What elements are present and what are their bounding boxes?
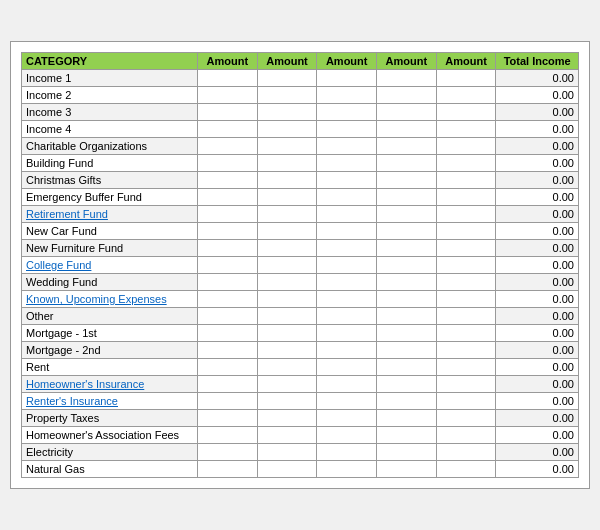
- amount-cell[interactable]: [257, 257, 317, 274]
- amount-cell[interactable]: [317, 291, 377, 308]
- amount-cell[interactable]: [197, 274, 257, 291]
- amount-cell[interactable]: [317, 121, 377, 138]
- amount-cell[interactable]: [257, 240, 317, 257]
- amount-cell[interactable]: [257, 444, 317, 461]
- amount-cell[interactable]: [197, 206, 257, 223]
- category-link[interactable]: Renter's Insurance: [26, 395, 118, 407]
- amount-cell[interactable]: [377, 155, 437, 172]
- amount-cell[interactable]: [197, 325, 257, 342]
- amount-cell[interactable]: [317, 240, 377, 257]
- amount-cell[interactable]: [436, 342, 496, 359]
- amount-cell[interactable]: [257, 138, 317, 155]
- amount-cell[interactable]: [257, 274, 317, 291]
- amount-cell[interactable]: [197, 223, 257, 240]
- amount-cell[interactable]: [436, 240, 496, 257]
- amount-cell[interactable]: [377, 121, 437, 138]
- amount-cell[interactable]: [257, 427, 317, 444]
- amount-cell[interactable]: [317, 223, 377, 240]
- amount-cell[interactable]: [257, 206, 317, 223]
- amount-cell[interactable]: [436, 257, 496, 274]
- amount-cell[interactable]: [436, 376, 496, 393]
- amount-cell[interactable]: [377, 104, 437, 121]
- amount-cell[interactable]: [317, 87, 377, 104]
- amount-cell[interactable]: [197, 172, 257, 189]
- amount-cell[interactable]: [436, 206, 496, 223]
- amount-cell[interactable]: [257, 393, 317, 410]
- amount-cell[interactable]: [377, 206, 437, 223]
- amount-cell[interactable]: [377, 274, 437, 291]
- amount-cell[interactable]: [377, 172, 437, 189]
- amount-cell[interactable]: [377, 325, 437, 342]
- amount-cell[interactable]: [317, 461, 377, 478]
- amount-cell[interactable]: [317, 359, 377, 376]
- amount-cell[interactable]: [377, 444, 437, 461]
- amount-cell[interactable]: [257, 308, 317, 325]
- amount-cell[interactable]: [317, 444, 377, 461]
- amount-cell[interactable]: [317, 189, 377, 206]
- amount-cell[interactable]: [436, 274, 496, 291]
- amount-cell[interactable]: [436, 444, 496, 461]
- amount-cell[interactable]: [436, 104, 496, 121]
- amount-cell[interactable]: [377, 359, 437, 376]
- amount-cell[interactable]: [377, 410, 437, 427]
- amount-cell[interactable]: [436, 461, 496, 478]
- amount-cell[interactable]: [317, 257, 377, 274]
- amount-cell[interactable]: [257, 325, 317, 342]
- amount-cell[interactable]: [436, 70, 496, 87]
- amount-cell[interactable]: [257, 359, 317, 376]
- amount-cell[interactable]: [197, 359, 257, 376]
- amount-cell[interactable]: [377, 376, 437, 393]
- amount-cell[interactable]: [317, 325, 377, 342]
- amount-cell[interactable]: [197, 240, 257, 257]
- amount-cell[interactable]: [197, 291, 257, 308]
- amount-cell[interactable]: [317, 104, 377, 121]
- amount-cell[interactable]: [257, 121, 317, 138]
- amount-cell[interactable]: [317, 410, 377, 427]
- amount-cell[interactable]: [317, 155, 377, 172]
- amount-cell[interactable]: [377, 393, 437, 410]
- amount-cell[interactable]: [377, 240, 437, 257]
- amount-cell[interactable]: [197, 461, 257, 478]
- amount-cell[interactable]: [257, 461, 317, 478]
- amount-cell[interactable]: [377, 138, 437, 155]
- amount-cell[interactable]: [197, 410, 257, 427]
- amount-cell[interactable]: [436, 308, 496, 325]
- amount-cell[interactable]: [377, 70, 437, 87]
- amount-cell[interactable]: [436, 121, 496, 138]
- amount-cell[interactable]: [257, 342, 317, 359]
- amount-cell[interactable]: [317, 138, 377, 155]
- amount-cell[interactable]: [377, 87, 437, 104]
- amount-cell[interactable]: [377, 461, 437, 478]
- amount-cell[interactable]: [197, 257, 257, 274]
- amount-cell[interactable]: [197, 138, 257, 155]
- amount-cell[interactable]: [257, 376, 317, 393]
- amount-cell[interactable]: [377, 427, 437, 444]
- amount-cell[interactable]: [257, 87, 317, 104]
- amount-cell[interactable]: [257, 104, 317, 121]
- amount-cell[interactable]: [317, 342, 377, 359]
- category-link[interactable]: Retirement Fund: [26, 208, 108, 220]
- amount-cell[interactable]: [436, 138, 496, 155]
- amount-cell[interactable]: [257, 223, 317, 240]
- amount-cell[interactable]: [436, 359, 496, 376]
- amount-cell[interactable]: [197, 393, 257, 410]
- category-link[interactable]: Known, Upcoming Expenses: [26, 293, 167, 305]
- amount-cell[interactable]: [377, 291, 437, 308]
- amount-cell[interactable]: [436, 155, 496, 172]
- amount-cell[interactable]: [377, 223, 437, 240]
- amount-cell[interactable]: [436, 393, 496, 410]
- amount-cell[interactable]: [197, 87, 257, 104]
- amount-cell[interactable]: [436, 291, 496, 308]
- amount-cell[interactable]: [197, 189, 257, 206]
- amount-cell[interactable]: [436, 427, 496, 444]
- amount-cell[interactable]: [436, 87, 496, 104]
- amount-cell[interactable]: [317, 172, 377, 189]
- amount-cell[interactable]: [377, 308, 437, 325]
- amount-cell[interactable]: [317, 70, 377, 87]
- amount-cell[interactable]: [197, 308, 257, 325]
- amount-cell[interactable]: [436, 325, 496, 342]
- category-link[interactable]: College Fund: [26, 259, 91, 271]
- amount-cell[interactable]: [377, 342, 437, 359]
- amount-cell[interactable]: [317, 308, 377, 325]
- amount-cell[interactable]: [317, 206, 377, 223]
